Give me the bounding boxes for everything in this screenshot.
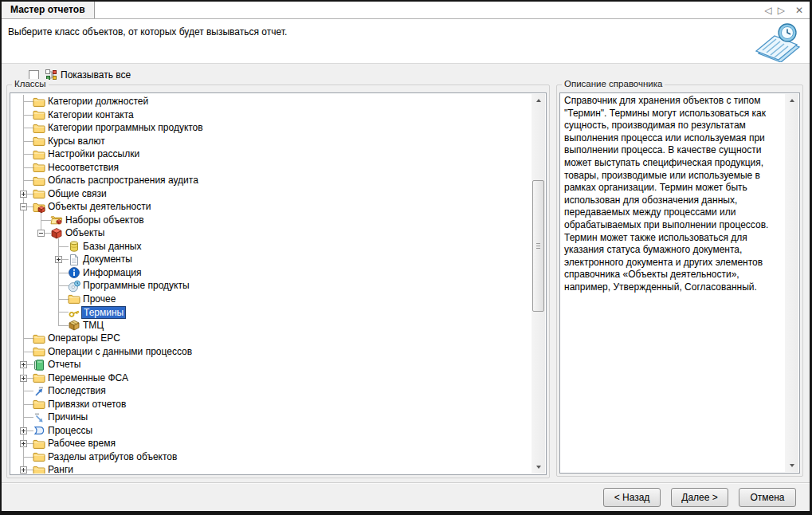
next-button[interactable]: Далее > <box>671 488 728 507</box>
tree-item-label: Категории контакта <box>46 108 135 122</box>
box-gold-icon <box>68 319 80 332</box>
folder-open-red-icon <box>50 214 63 226</box>
tree-item[interactable]: Категории должностей <box>11 95 532 108</box>
tree-item-label: Документы <box>81 253 134 266</box>
database-icon <box>68 240 80 253</box>
tree-item[interactable]: Рабочее время <box>11 437 532 450</box>
report-wizard-window: Мастер отчетов ◁ ▷ ✕ Выберите класс объе… <box>0 0 812 515</box>
tree-item[interactable]: Несоответствия <box>11 161 532 175</box>
tree-scrollbar[interactable] <box>532 94 545 474</box>
classes-tree[interactable]: Категории должностейКатегории контактаКа… <box>10 92 547 475</box>
tree-item[interactable]: Объекты деятельности <box>11 200 532 214</box>
tree-item[interactable]: Переменные ФСА <box>11 372 532 385</box>
tree-item[interactable]: Программные продукты <box>11 279 532 293</box>
description-groupbox-title: Описание справочника <box>562 79 665 88</box>
expand-plus-icon[interactable] <box>20 440 27 447</box>
scroll-thumb[interactable] <box>532 180 544 312</box>
tree-item[interactable]: Ранги <box>11 463 532 474</box>
tree-item-label: Операторы ЕРС <box>46 332 122 345</box>
tree-item-label: Настройки рассылки <box>46 147 141 161</box>
tree-item[interactable]: Базы данных <box>11 240 532 254</box>
instruction-text: Выберите класс объектов, от которых буде… <box>8 26 287 37</box>
tab-report-wizard[interactable]: Мастер отчетов <box>2 2 95 18</box>
tree-item[interactable]: Область распространения аудита <box>11 174 532 187</box>
software-icon <box>68 280 80 293</box>
report-wizard-icon <box>752 22 802 65</box>
tree-item[interactable]: Общие связи <box>11 187 532 201</box>
tree-item[interactable]: Объекты <box>11 226 532 240</box>
key-icon <box>68 306 80 319</box>
tree-item[interactable]: Привязки отчетов <box>11 398 532 411</box>
classes-groupbox: Классы Категории должностейКатегории кон… <box>6 85 550 478</box>
tree-item[interactable]: Разделы атрибутов объектов <box>11 450 532 464</box>
tree-item-label: Последствия <box>46 384 108 398</box>
expand-plus-icon[interactable] <box>20 191 27 198</box>
scroll-up-button[interactable] <box>785 94 798 107</box>
tree-item[interactable]: Прочее <box>11 293 532 306</box>
tree-item[interactable]: Последствия <box>11 384 532 398</box>
tree-item[interactable]: Наборы объектов <box>11 214 532 227</box>
classes-groupbox-title: Классы <box>12 79 49 88</box>
wizard-header: Выберите класс объектов, от которых буде… <box>2 19 810 63</box>
folder-icon <box>33 187 45 200</box>
folder-icon <box>33 332 45 345</box>
tab-scroll-right-icon[interactable]: ▷ <box>778 5 785 16</box>
tree-item[interactable]: Операторы ЕРС <box>11 332 532 345</box>
scroll-down-button[interactable] <box>785 459 798 472</box>
tree-item[interactable]: Настройки рассылки <box>11 147 532 161</box>
folder-cube-icon <box>33 201 45 214</box>
description-scrollbar[interactable] <box>785 94 798 472</box>
tree-item-label: Процессы <box>46 424 94 438</box>
close-icon[interactable]: ✕ <box>795 5 803 16</box>
folder-icon <box>33 438 45 450</box>
tree-item[interactable]: Категории программных продуктов <box>11 121 532 135</box>
show-all-label[interactable]: Показывать все <box>61 69 131 81</box>
tree-item[interactable]: Категории контакта <box>11 108 532 122</box>
folder-icon <box>33 372 45 384</box>
tree-item-label: Переменные ФСА <box>46 372 130 385</box>
tree-item[interactable]: Термины <box>11 305 532 319</box>
tree-item[interactable]: Отчеты <box>11 358 532 372</box>
folder-icon <box>33 398 45 411</box>
expand-plus-icon[interactable] <box>20 361 27 368</box>
expand-plus-icon[interactable] <box>20 375 27 382</box>
description-textbox: Справочник для хранения объектов с типом… <box>559 92 800 474</box>
tree-item-label: Курсы валют <box>46 135 107 148</box>
tab-scroll-left-icon[interactable]: ◁ <box>764 5 771 16</box>
scroll-up-button[interactable] <box>532 94 545 107</box>
collapse-minus-icon[interactable] <box>20 203 27 210</box>
collapse-minus-icon[interactable] <box>37 230 45 237</box>
expand-plus-icon[interactable] <box>20 427 27 434</box>
document-icon <box>68 254 80 266</box>
tree-item[interactable]: Документы <box>11 253 532 266</box>
folder-icon <box>33 450 45 463</box>
folder-icon <box>33 464 45 474</box>
tab-nav-controls: ◁ ▷ ✕ <box>764 2 803 18</box>
description-text: Справочник для хранения объектов с типом… <box>562 94 784 471</box>
tree-item-label: Ранги <box>46 463 75 474</box>
tree-item[interactable]: Операции с данными процессов <box>11 345 532 359</box>
tree-item[interactable]: Информация <box>11 266 532 280</box>
tree-item[interactable]: Процессы <box>11 424 532 438</box>
arrow-up-right-icon <box>33 385 45 398</box>
tree-item[interactable]: Курсы валют <box>11 135 532 148</box>
footer-separator <box>2 482 810 484</box>
wizard-body: Показывать все Классы Категории должност… <box>2 63 810 511</box>
folder-icon <box>33 345 45 358</box>
tree-item-label: Прочее <box>81 293 117 306</box>
tree-item-label: Термины <box>81 306 126 319</box>
tree-item[interactable]: ТМЦ <box>11 319 532 332</box>
tree-item[interactable]: Причины <box>11 411 532 424</box>
tree-item-label: Область распространения аудита <box>46 174 200 187</box>
cancel-button[interactable]: Отмена <box>739 488 796 507</box>
book-green-icon <box>33 359 45 372</box>
tree-item-label: Несоответствия <box>46 161 120 175</box>
expand-plus-icon[interactable] <box>55 256 62 263</box>
scroll-down-button[interactable] <box>532 461 545 474</box>
expand-plus-icon[interactable] <box>20 466 27 474</box>
tree-item-label: Категории должностей <box>46 95 150 108</box>
folder-icon <box>33 122 45 135</box>
back-button[interactable]: < Назад <box>603 488 661 507</box>
folder-icon <box>33 96 45 108</box>
tree-item-label: Рабочее время <box>46 437 117 450</box>
